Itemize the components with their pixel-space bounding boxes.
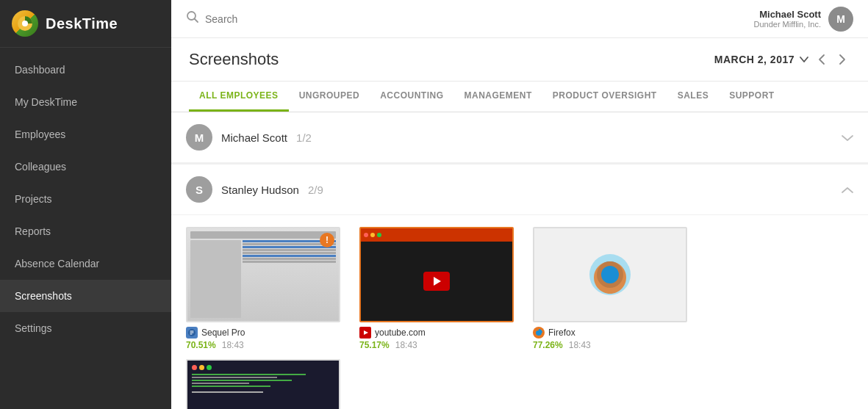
date-dropdown-button[interactable] (799, 54, 809, 65)
sidebar: DeskTime Dashboard My DeskTime Employees… (0, 0, 171, 409)
sidebar-item-my-desktime[interactable]: My DeskTime (0, 86, 171, 118)
screenshot-item-youtube: youtube.com 75.17% 18:43 (359, 227, 521, 350)
sidebar-item-screenshots[interactable]: Screenshots (0, 280, 171, 312)
sidebar-item-settings[interactable]: Settings (0, 312, 171, 344)
emp-avatar-stanley: S (186, 176, 212, 203)
collapse-button-michael[interactable] (842, 130, 853, 145)
tab-all-employees[interactable]: ALL EMPLOYEES (189, 82, 289, 112)
topbar: Michael Scott Dunder Mifflin, Inc. M (171, 0, 868, 38)
employee-left-michael: M Michael Scott 1/2 (186, 124, 312, 151)
screenshot-thumb-firefox[interactable] (533, 227, 687, 322)
screenshot-item-sequel: ! Sequel Pro 70.51% 18:43 (186, 227, 348, 350)
tab-sales[interactable]: SALES (667, 82, 720, 112)
sidebar-item-absence-calendar[interactable]: Absence Calendar (0, 247, 171, 280)
svg-point-9 (601, 266, 619, 283)
screenshot-item-firefox: Firefox 77.26% 18:43 (533, 227, 695, 350)
collapse-button-stanley[interactable] (842, 182, 853, 198)
next-date-button[interactable] (834, 51, 850, 68)
app-name-firefox: Firefox (548, 327, 575, 338)
tab-product-oversight[interactable]: PRODUCT OVERSIGHT (542, 82, 667, 112)
app-row-sequel: Sequel Pro (186, 327, 348, 339)
date-nav: MARCH 2, 2017 (714, 51, 850, 68)
pct-sequel: 70.51% (186, 340, 216, 350)
app-row-firefox: Firefox (533, 327, 695, 339)
app-name-sequel: Sequel Pro (201, 327, 245, 338)
pct-youtube: 75.17% (359, 340, 390, 350)
logo-area: DeskTime (0, 0, 171, 48)
meta-row-firefox: 77.26% 18:43 (533, 340, 695, 350)
employee-header-stanley[interactable]: S Stanley Hudson 2/9 (171, 164, 868, 215)
main-nav: Dashboard My DeskTime Employees Colleagu… (0, 48, 171, 409)
time-sequel: 18:43 (222, 340, 244, 350)
user-info: Michael Scott Dunder Mifflin, Inc. M (753, 7, 853, 32)
search-icon (186, 10, 199, 27)
emp-count-michael: 1/2 (296, 131, 312, 144)
employee-section-michael: M Michael Scott 1/2 (171, 112, 868, 163)
tab-management[interactable]: MANAGEMENT (453, 82, 542, 112)
emp-name-michael: Michael Scott (221, 131, 287, 144)
employee-left-stanley: S Stanley Hudson 2/9 (186, 176, 323, 203)
time-firefox: 18:43 (569, 340, 591, 350)
user-name: Michael Scott (753, 9, 821, 20)
search-input[interactable] (205, 13, 352, 25)
date-display: MARCH 2, 2017 (714, 54, 795, 65)
app-row-youtube: youtube.com (359, 327, 521, 339)
app-icon-youtube (359, 327, 371, 339)
app-icon-sequel (186, 327, 198, 339)
employee-section-stanley: S Stanley Hudson 2/9 (171, 164, 868, 409)
emp-name-stanley: Stanley Hudson (221, 184, 299, 196)
emp-avatar-michael: M (186, 124, 212, 151)
tab-support[interactable]: SUPPORT (719, 82, 785, 112)
tabs-bar: ALL EMPLOYEES UNGROUPED ACCOUNTING MANAG… (171, 82, 868, 112)
screenshot-thumb-sequel[interactable]: ! (186, 227, 340, 322)
sidebar-item-projects[interactable]: Projects (0, 183, 171, 215)
prev-date-button[interactable] (814, 51, 830, 68)
content-header: Screenshots MARCH 2, 2017 (171, 38, 868, 82)
tab-ungrouped[interactable]: UNGROUPED (289, 82, 370, 112)
user-company: Dunder Mifflin, Inc. (753, 20, 821, 29)
meta-row-youtube: 75.17% 18:43 (359, 340, 521, 350)
screenshot-thumb-terminal[interactable] (186, 359, 340, 409)
page-title: Screenshots (189, 50, 279, 69)
logo-text: DeskTime (46, 15, 118, 32)
search-area (186, 10, 352, 27)
logo-icon (12, 10, 38, 37)
sidebar-item-employees[interactable]: Employees (0, 118, 171, 151)
tab-accounting[interactable]: ACCOUNTING (370, 82, 453, 112)
sidebar-item-colleagues[interactable]: Colleagues (0, 151, 171, 183)
app-name-youtube: youtube.com (375, 327, 426, 338)
alert-badge-sequel: ! (320, 233, 334, 247)
sidebar-item-dashboard[interactable]: Dashboard (0, 54, 171, 86)
screenshot-item-terminal: $ Terminal 74.17% 18:43 (186, 359, 348, 409)
svg-point-1 (22, 21, 28, 26)
app-icon-firefox (533, 327, 545, 339)
screenshot-thumb-youtube[interactable] (359, 227, 514, 322)
main-content: Michael Scott Dunder Mifflin, Inc. M Scr… (171, 0, 868, 409)
user-text: Michael Scott Dunder Mifflin, Inc. (753, 9, 821, 29)
svg-line-3 (195, 19, 198, 23)
pct-firefox: 77.26% (533, 340, 563, 350)
time-youtube: 18:43 (395, 340, 417, 350)
sidebar-item-reports[interactable]: Reports (0, 215, 171, 247)
screenshots-grid-stanley: ! Sequel Pro 70.51% 18:43 (171, 215, 868, 409)
meta-row-sequel: 70.51% 18:43 (186, 340, 348, 350)
emp-count-stanley: 2/9 (308, 184, 323, 196)
avatar: M (828, 7, 853, 32)
employee-header-michael[interactable]: M Michael Scott 1/2 (171, 112, 868, 163)
employees-area: M Michael Scott 1/2 S Stanley Hudson 2/9 (171, 112, 868, 409)
